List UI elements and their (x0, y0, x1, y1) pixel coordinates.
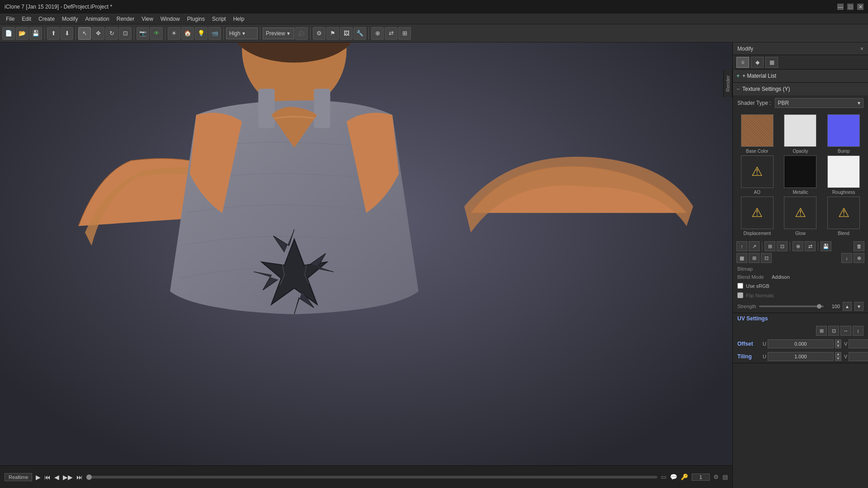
prop-button2[interactable]: ⊕ (854, 253, 864, 263)
uv-flip-v-button[interactable]: ↕ (853, 326, 863, 336)
menu-create[interactable]: Create (35, 15, 58, 23)
fit-button[interactable]: ⊞ (749, 253, 760, 263)
minimize-button[interactable]: — (837, 4, 844, 10)
menu-modify[interactable]: Modify (58, 15, 81, 23)
offset-u-down-button[interactable]: ▼ (835, 344, 841, 348)
clip-mode-button[interactable]: ▭ (661, 474, 666, 480)
playhead-dot[interactable] (86, 474, 92, 480)
tiling-u-input[interactable]: 1.000 (768, 352, 834, 361)
preview-dropdown[interactable]: Preview ▾ (263, 28, 294, 39)
uv-fit-button[interactable]: ⊞ (816, 326, 827, 336)
modify-close-icon[interactable]: × (860, 46, 863, 52)
tiling-u-up-button[interactable]: ▲ (835, 352, 841, 357)
prev-frame-button[interactable]: ◀ (54, 474, 59, 481)
link-texture-button[interactable]: ⇄ (805, 241, 816, 251)
fill-button[interactable]: ⊡ (761, 253, 772, 263)
camera2-button[interactable]: 📹 (208, 27, 221, 40)
grid-view-button[interactable]: ▦ (736, 253, 747, 263)
tiling-v-input[interactable] (849, 352, 868, 361)
menu-animation[interactable]: Animation (81, 15, 113, 23)
flag-button[interactable]: ⚑ (326, 27, 339, 40)
uv-flip-h-button[interactable]: ↔ (840, 326, 851, 336)
home-light-button[interactable]: 🏠 (181, 27, 194, 40)
menu-render[interactable]: Render (113, 15, 138, 23)
texture-glow-thumb[interactable]: ⚠ (784, 197, 816, 229)
quality-dropdown[interactable]: High ▾ (226, 28, 258, 39)
uv-tile-button[interactable]: ⊡ (828, 326, 839, 336)
menu-edit[interactable]: Edit (18, 15, 35, 23)
load-texture-button[interactable]: ↑ (736, 241, 747, 251)
export-button[interactable]: ⬇ (61, 27, 73, 40)
texture-ao-thumb[interactable]: ⚠ (741, 155, 774, 188)
texture-metallic-thumb[interactable] (784, 155, 816, 188)
delete-texture-button[interactable]: 🗑 (854, 241, 864, 251)
tab-motion[interactable]: ≡ (736, 57, 749, 68)
tab-texture[interactable]: ▦ (765, 57, 778, 68)
menu-file[interactable]: File (2, 15, 18, 23)
tiling-u-down-button[interactable]: ▼ (835, 357, 841, 361)
menu-window[interactable]: Window (157, 15, 184, 23)
strength-slider[interactable] (759, 305, 824, 307)
texture-roughness-thumb[interactable] (827, 155, 860, 188)
record-mode-button[interactable]: 💬 (670, 474, 677, 480)
save-texture-button[interactable]: 💾 (821, 241, 831, 251)
offset-u-input[interactable]: 0.000 (768, 339, 834, 348)
share-texture-button[interactable]: ⊕ (793, 241, 803, 251)
strength-up-button[interactable]: ▲ (843, 302, 852, 311)
settings-icon[interactable]: ⚙ (713, 474, 719, 480)
menu-view[interactable]: View (138, 15, 157, 23)
tool2-button[interactable]: ⇄ (385, 27, 397, 40)
texture-base-color-thumb[interactable] (741, 114, 774, 147)
frame-number-input[interactable]: 1 (692, 474, 710, 481)
export-texture-button[interactable]: ↗ (749, 241, 760, 251)
record-button[interactable]: 🎥 (295, 27, 308, 40)
menu-help[interactable]: Help (230, 15, 248, 23)
eye-button[interactable]: 👁 (150, 27, 163, 40)
new-button[interactable]: 📄 (2, 27, 15, 40)
tool1-button[interactable]: ⊕ (371, 27, 384, 40)
texture-bump-thumb[interactable] (827, 114, 860, 147)
layout-icon[interactable]: ▤ (722, 474, 728, 480)
prop-button1[interactable]: ↓ (841, 253, 852, 263)
strength-down-button[interactable]: ▼ (854, 302, 863, 311)
render2-button[interactable]: 🖼 (340, 27, 353, 40)
save-button[interactable]: 💾 (29, 27, 42, 40)
play-button[interactable]: ▶ (36, 474, 41, 481)
tool3-button[interactable]: ⊞ (398, 27, 411, 40)
panel-scroll-content[interactable]: + + Material List − Texture Settings (Y)… (733, 70, 868, 488)
use-srgb-checkbox[interactable] (737, 283, 743, 289)
viewport[interactable]: Realtime ▶ ⏮ ◀ ▶▶ ⏭ ▭ 💬 🔑 1 ⚙ ▤ (0, 42, 732, 488)
tab-material[interactable]: ◆ (751, 57, 764, 68)
open-button[interactable]: 📂 (16, 27, 28, 40)
material-list-header[interactable]: + + Material List (733, 70, 868, 82)
playhead-bar[interactable] (86, 476, 657, 479)
rewind-button[interactable]: ⏮ (44, 474, 51, 481)
menu-plugins[interactable]: Plugins (184, 15, 208, 23)
strength-handle[interactable] (817, 304, 821, 309)
camera-button[interactable]: 📷 (137, 27, 149, 40)
rotate-button[interactable]: ↻ (105, 27, 118, 40)
render-sidebar-tab[interactable]: Render (723, 70, 732, 97)
rigging-button[interactable]: ⚙ (313, 27, 326, 40)
paste-texture-button[interactable]: ⊡ (777, 241, 788, 251)
flip-normals-checkbox[interactable] (737, 292, 743, 298)
fast-forward-button[interactable]: ⏭ (76, 474, 83, 481)
next-frame-button[interactable]: ▶▶ (63, 474, 73, 481)
texture-blend-thumb[interactable]: ⚠ (827, 197, 860, 229)
copy-texture-button[interactable]: ⊞ (764, 241, 775, 251)
texture-settings-header[interactable]: − Texture Settings (Y) (733, 83, 868, 95)
maximize-button[interactable]: □ (847, 4, 854, 10)
move-button[interactable]: ✥ (92, 27, 104, 40)
wrench-button[interactable]: 🔧 (354, 27, 366, 40)
close-button[interactable]: ✕ (857, 4, 863, 10)
scale-button[interactable]: ⊡ (119, 27, 132, 40)
offset-v-input[interactable]: 0.000 (849, 339, 868, 348)
select-button[interactable]: ↖ (78, 27, 91, 40)
light-button[interactable]: 💡 (195, 27, 208, 40)
texture-displacement-thumb[interactable]: ⚠ (741, 197, 774, 229)
key-button[interactable]: 🔑 (681, 474, 688, 480)
offset-u-up-button[interactable]: ▲ (835, 339, 841, 344)
import-button[interactable]: ⬆ (47, 27, 60, 40)
texture-opacity-thumb[interactable] (784, 114, 816, 147)
menu-script[interactable]: Script (208, 15, 230, 23)
